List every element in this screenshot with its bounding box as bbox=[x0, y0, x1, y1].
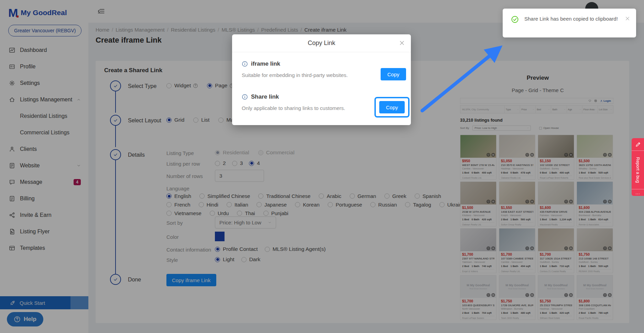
copy-iframe-button[interactable]: Copy bbox=[381, 68, 406, 80]
iframe-link-section: iframe link Suitable for embedding in th… bbox=[242, 60, 406, 78]
info-circle-icon bbox=[242, 61, 248, 67]
info-circle-icon bbox=[242, 94, 248, 100]
toast-message: Share Link has been copied to clipboard! bbox=[524, 15, 620, 23]
report-bug-more[interactable]: ... bbox=[632, 189, 644, 196]
toast-close-icon[interactable] bbox=[625, 16, 630, 21]
modal-title: Copy Link bbox=[308, 40, 335, 47]
copy-link-modal: Copy Link iframe link Suitable for embed… bbox=[232, 34, 411, 125]
copy-share-button[interactable]: Copy bbox=[379, 101, 405, 113]
pencil-icon[interactable] bbox=[632, 138, 644, 151]
close-icon[interactable] bbox=[399, 40, 405, 46]
report-bug-label[interactable]: Report a bug bbox=[632, 151, 644, 189]
report-bug-ribbon[interactable]: Report a bug ... bbox=[632, 138, 644, 196]
toast-notification: Share Link has been copied to clipboard! bbox=[503, 9, 636, 37]
copy-share-highlight: Copy bbox=[374, 97, 410, 118]
iframe-link-heading: iframe link bbox=[242, 60, 406, 67]
modal-header: Copy Link bbox=[232, 34, 411, 52]
share-link-section: Share link Only applicable to sharing li… bbox=[242, 93, 406, 111]
success-check-icon bbox=[511, 15, 519, 23]
